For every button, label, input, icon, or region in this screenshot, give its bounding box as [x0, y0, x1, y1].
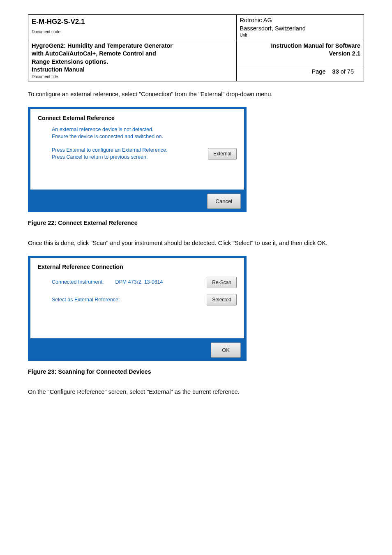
doc-code-label: Document code	[32, 29, 233, 35]
doc-code: E-M-HG2-S-V2.1	[32, 16, 233, 29]
ok-button[interactable]: OK	[211, 342, 241, 358]
dialog2-title: External Reference Connection	[30, 258, 244, 273]
external-button[interactable]: External	[208, 148, 237, 160]
page-total: of 75	[341, 68, 354, 75]
location: Bassersdorf, Switzerland	[240, 25, 360, 33]
dialog1-line4: Press Cancel to return to previous scree…	[52, 154, 208, 161]
dialog-external-connection: External Reference Connection Connected …	[28, 256, 247, 361]
para-configure-ref: On the "Configure Reference" screen, sel…	[28, 388, 364, 396]
page-label: Page	[312, 68, 326, 75]
caption-fig22: Figure 22: Connect External Reference	[28, 220, 364, 226]
select-external-label: Select as External Reference:	[52, 297, 127, 303]
para-configure: To configure an external reference, sele…	[28, 90, 364, 99]
title-line2: with AutoCal/AutoCal+, Remote Control an…	[32, 50, 233, 58]
caption-fig23: Figure 23: Scanning for Connected Device…	[28, 368, 364, 375]
title-line1: HygroGen2: Humidity and Temperature Gene…	[32, 42, 233, 50]
rescan-button[interactable]: Re-Scan	[207, 277, 237, 288]
manual-line2: Version 2.1	[240, 50, 360, 58]
header-table: E-M-HG2-S-V2.1 Document code Rotronic AG…	[28, 14, 364, 81]
connected-instrument-label: Connected Instrument:	[52, 279, 111, 286]
title-line4: Instruction Manual	[32, 66, 233, 74]
title-line3: Range Extensions options.	[32, 58, 233, 66]
selected-button[interactable]: Selected	[207, 294, 237, 305]
dialog1-title: Connect External Reference	[30, 109, 244, 124]
manual-line1: Instruction Manual for Software	[240, 42, 360, 50]
dialog-connect-external: Connect External Reference An external r…	[28, 107, 247, 212]
page-value: 33	[332, 68, 339, 75]
dialog1-line1: An external reference device is not dete…	[30, 126, 244, 133]
company: Rotronic AG	[240, 16, 360, 25]
para-scan: Once this is done, click "Scan" and your…	[28, 239, 364, 247]
dialog1-line3: Press External to configure an External …	[52, 147, 208, 154]
doc-title-label: Document title	[32, 74, 233, 80]
unit-label: Unit	[240, 32, 360, 38]
dialog1-line2: Ensure the device is connected and switc…	[30, 133, 244, 140]
connected-instrument-value: DPM 473r2, 13-0614	[111, 279, 170, 286]
cancel-button[interactable]: Cancel	[207, 194, 241, 209]
